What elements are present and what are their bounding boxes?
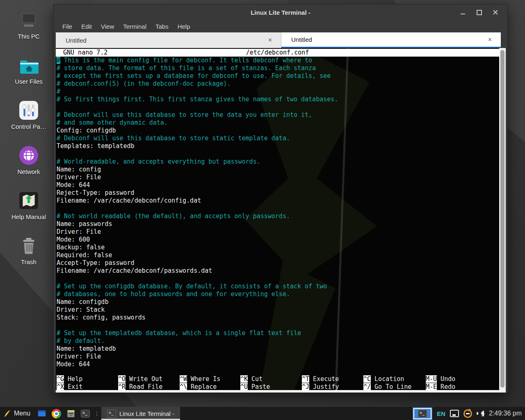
launcher-terminal[interactable]: [81, 410, 90, 418]
launcher-chrome[interactable]: [52, 409, 61, 418]
editor-lines: # This is the main config file for debco…: [56, 57, 499, 368]
tab-close-icon[interactable]: ×: [479, 36, 501, 43]
editor-line: #: [57, 88, 499, 96]
shortcut-key: ^J: [302, 383, 309, 390]
editor-line: Filename: /var/cache/debconf/passwords.d…: [57, 267, 499, 275]
scrollbar-thumb[interactable]: [500, 50, 504, 388]
menu-tabs[interactable]: Tabs: [151, 23, 173, 30]
editor-line: # World-readable, and accepts everything…: [57, 158, 499, 166]
desktop-icon-label: Trash: [3, 258, 54, 265]
editor-line: Mode: 600: [57, 236, 499, 244]
linux-lite-logo-icon: [3, 409, 11, 418]
editor-line: # Set up the configdb database. By defau…: [57, 283, 499, 290]
editor-line: [57, 322, 499, 329]
file-cabinet-icon: [66, 409, 76, 418]
desktop-icon-label: This PC: [3, 33, 54, 40]
trash-icon: [3, 233, 54, 256]
window-title: Linux Lite Terminal -: [54, 9, 507, 16]
menu-bar: File Edit View Terminal Tabs Help: [54, 20, 507, 32]
shortcut-key: ^W: [180, 375, 187, 383]
editor-line: Name: configdb: [57, 298, 499, 306]
tab-bar: Untitled × Untitled ×: [56, 32, 501, 48]
nano-shortcut: ^T Execute: [302, 375, 339, 383]
nano-shortcut: ^K Cut: [240, 375, 270, 383]
shortcut-column: ^O Write Out^R Read File: [118, 375, 162, 391]
editor-line: [57, 150, 499, 158]
keyboard-layout-indicator[interactable]: EN: [437, 410, 445, 417]
minimize-button[interactable]: [457, 7, 468, 18]
nano-shortcut: ^C Location: [363, 375, 411, 383]
editor-line: # Set up the templatedb database, which …: [57, 329, 499, 337]
chrome-icon: [52, 409, 61, 418]
volume-icon[interactable]: [477, 410, 484, 417]
updates-icon[interactable]: [463, 409, 472, 418]
shortcut-key: ^G: [57, 375, 64, 383]
shortcut-key: ^O: [118, 375, 126, 383]
tab-untitled-2[interactable]: Untitled ×: [281, 32, 501, 48]
launcher-file-manager[interactable]: [66, 409, 76, 418]
maximize-button[interactable]: [474, 7, 484, 18]
menu-terminal[interactable]: Terminal: [119, 23, 151, 30]
desktop-icon-network[interactable]: Network: [3, 143, 54, 188]
menu-button-label: Menu: [14, 410, 30, 417]
editor-line: # by default.: [57, 337, 499, 345]
desktop-icon-trash[interactable]: Trash: [3, 233, 54, 278]
scrollbar[interactable]: [499, 48, 506, 391]
menu-view[interactable]: View: [96, 23, 119, 30]
menu-help[interactable]: Help: [173, 23, 195, 30]
window-titlebar[interactable]: Linux Lite Terminal -: [54, 5, 507, 20]
tray-terminal-indicator[interactable]: [413, 407, 432, 420]
editor-line: Accept-Type: password: [57, 259, 499, 267]
shortcut-key: M-E: [426, 383, 437, 390]
menu-file[interactable]: File: [58, 23, 77, 30]
desktop-icon-this-pc[interactable]: This PC: [3, 7, 54, 52]
editor-line: Filename: /var/cache/debconf/config.dat: [57, 197, 499, 205]
shortcut-column: ^G Help^X Exit: [57, 375, 82, 391]
help-manual-icon: [3, 188, 54, 211]
home-folder-icon: [3, 52, 54, 75]
launcher-desktop[interactable]: [37, 409, 47, 418]
tab-label: Untitled: [56, 37, 259, 44]
editor-line: Name: templatedb: [57, 345, 499, 353]
shortcut-column: ^K Cut^U Paste: [240, 375, 270, 391]
taskbar-separator: ⋮: [92, 410, 101, 417]
editor-line: Templates: templatedb: [57, 142, 499, 150]
window-controls: [457, 7, 507, 18]
computer-icon: [3, 7, 54, 30]
close-button[interactable]: [490, 7, 501, 18]
nano-shortcut: ^O Write Out: [118, 375, 162, 383]
terminal-content[interactable]: GNU nano 7.2 /etc/debconf.conf # This is…: [56, 48, 499, 391]
workspace-icon[interactable]: [450, 410, 459, 417]
editor-line: [57, 103, 499, 111]
tab-close-icon[interactable]: ×: [259, 37, 281, 44]
shortcut-key: M-U: [426, 375, 437, 383]
shortcut-key: ^U: [240, 383, 248, 390]
editor-line: # Debconf will use this database to stor…: [57, 135, 499, 142]
desktop-icon-user-files[interactable]: User Files: [3, 52, 54, 98]
tray-terminal-indicator-frame: [413, 408, 431, 419]
shortcut-column: ^T Execute^J Justify: [302, 375, 339, 391]
desktop-icon-control-panel[interactable]: Control Pa…: [3, 98, 54, 143]
editor-line: Config: configdb: [57, 127, 499, 135]
menu-edit[interactable]: Edit: [77, 23, 96, 30]
tab-untitled-1[interactable]: Untitled ×: [56, 32, 281, 48]
taskbar-window-button[interactable]: Linux Lite Terminal -: [101, 407, 180, 420]
editor-line: Mode: 644: [57, 181, 499, 189]
editor-line: # store data. The format of this file is…: [57, 64, 499, 72]
nano-shortcut: M-U Undo: [426, 375, 455, 383]
editor-line: Driver: File: [57, 173, 499, 181]
window-bottom-edge: [56, 390, 506, 393]
editor-line: # databases, one to hold passwords and o…: [57, 290, 499, 298]
editor-line: # debconf.conf(5) (in the debconf-doc pa…: [57, 80, 499, 88]
desktop-icon-help-manual[interactable]: Help Manual: [3, 188, 54, 233]
editor-line: Driver: File: [57, 353, 499, 361]
clock: 2:49:36 pm: [489, 410, 522, 417]
menu-button[interactable]: Menu: [0, 407, 34, 420]
editor-line: # and some other dynamic data.: [57, 119, 499, 127]
shortcut-key: ^T: [302, 375, 309, 383]
terminal-icon: [418, 410, 427, 418]
editor-line: Reject-Type: password: [57, 189, 499, 197]
control-panel-icon: [3, 98, 54, 121]
terminal-icon: [107, 410, 116, 418]
editor-line: # Not world readable (the default), and …: [57, 212, 499, 220]
